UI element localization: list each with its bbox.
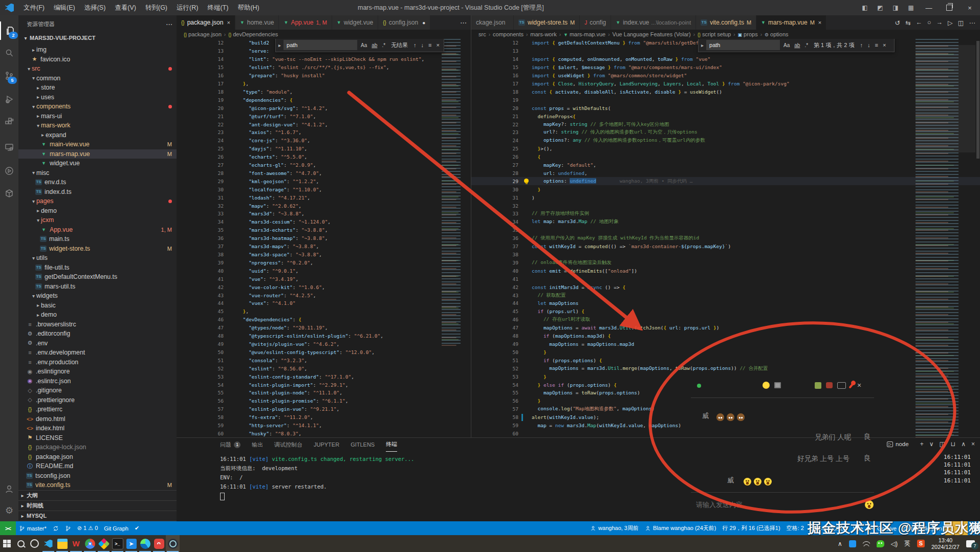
file-tree-item[interactable]: ▸mars-ui	[18, 112, 177, 121]
remote-explorer-icon[interactable]	[0, 138, 18, 157]
status-item-⊘ 1 ⚠ 0[interactable]: ⊘ 1 ⚠ 0	[74, 521, 101, 535]
tab-close-icon[interactable]: ×	[227, 19, 230, 26]
restore-button[interactable]	[939, 0, 960, 15]
breadcrumb-item[interactable]: ⚙options	[765, 31, 789, 37]
file-tree-item[interactable]: TSgetDefaultContextMenu.ts	[18, 272, 177, 282]
file-tree-item[interactable]: TSmars-util.ts	[18, 282, 177, 292]
file-tree-item[interactable]: ▸store	[18, 83, 177, 93]
taskbar-red-app-icon[interactable]: ᴖ	[152, 535, 166, 552]
file-tree-item[interactable]: ▸demo	[18, 310, 177, 320]
file-tree-item[interactable]: ⚙.env	[18, 339, 177, 348]
file-tree-item[interactable]: TSwidget-store.tsM	[18, 244, 177, 254]
code-line-18[interactable]: 18const { activate, disableAll, isActiva…	[471, 87, 980, 96]
editor-tab-widget.vue[interactable]: ▼widget.vue	[332, 15, 378, 30]
code-line-33[interactable]: 33// 用于存放地球组件实例	[471, 210, 980, 218]
find-toggle-icon[interactable]: ▸	[278, 42, 281, 48]
taskbar-edge-icon[interactable]	[138, 535, 152, 552]
code-line-49[interactable]: 49 mapOptions = mapOptions.map3d	[471, 340, 980, 348]
code-line-57[interactable]: 57 "eslint-plugin-vue": "^9.21.1",	[177, 405, 471, 413]
breadcrumb-item[interactable]: {}package.json	[184, 31, 222, 37]
file-tree-item[interactable]: ▸img	[18, 45, 177, 55]
taskbar-active-app-icon[interactable]	[166, 535, 180, 552]
code-line-17[interactable]: 17 },	[177, 80, 471, 88]
panel-tab-问题[interactable]: 问题1	[220, 438, 241, 451]
menu-item[interactable]: 转到(G)	[141, 0, 172, 15]
code-line-32[interactable]: 32	[471, 202, 980, 210]
file-tree-item[interactable]: {}package.json	[18, 452, 177, 462]
code-line-36[interactable]: 36// 使用用户传入的 mapKey 拼接生成 withKeyId 作为当前显…	[471, 234, 980, 242]
code-line-38[interactable]: 38	[471, 251, 980, 259]
taskbar-search-icon[interactable]	[14, 535, 28, 552]
code-line-43[interactable]: 43 // 获取配置	[471, 291, 980, 299]
breadcrumb-item[interactable]: {}devDependencies	[228, 31, 278, 37]
whole-word-icon[interactable]: ab	[371, 42, 378, 49]
status-item-✔[interactable]: ✔	[132, 521, 142, 535]
taskbar-explorer-icon[interactable]	[55, 535, 69, 552]
panel-tab-终端[interactable]: 终端	[386, 438, 397, 452]
code-line-32[interactable]: 32 "mapv": "^2.0.62",	[177, 202, 471, 210]
file-tree-item[interactable]: ◉.eslintrc.json	[18, 377, 177, 386]
close-button[interactable]: ×	[960, 0, 980, 15]
code-line-29[interactable]: 29 "kml-geojson": "^1.2.2",	[177, 177, 471, 185]
code-line-21[interactable]: 21 "@turf/turf": "^7.1.0",	[177, 112, 471, 120]
editor-action-icon[interactable]: ▷	[948, 19, 953, 27]
chat-image-icon[interactable]	[774, 382, 781, 388]
tray-volume-icon[interactable]: ◁)	[891, 540, 898, 547]
status-item[interactable]	[50, 521, 62, 535]
live-share-icon[interactable]	[0, 162, 18, 180]
toggle-secondary-sidebar-icon[interactable]: ◨	[888, 0, 903, 15]
match-case-icon[interactable]: Aa	[782, 42, 791, 49]
panel-tab-GITLENS[interactable]: GITLENS	[351, 438, 375, 451]
code-line-35[interactable]: 35	[471, 226, 980, 234]
minimize-button[interactable]: —	[919, 0, 939, 15]
menu-item[interactable]: 编辑(E)	[49, 0, 80, 15]
chat-close-icon[interactable]: ×	[857, 382, 861, 389]
find-toggle-icon[interactable]: ▸	[701, 42, 704, 48]
panel-tab-JUPYTER[interactable]: JUPYTER	[314, 438, 339, 451]
editor-action-icon[interactable]: ⇆	[905, 19, 910, 27]
customize-layout-icon[interactable]: ▦	[903, 0, 919, 15]
find-prev-icon[interactable]: ↑	[412, 42, 418, 48]
file-tree-item[interactable]: ▾utils	[18, 253, 177, 263]
right-breadcrumb[interactable]: src›components›mars-work›▼mars-map.vue›V…	[471, 30, 980, 39]
code-line-24[interactable]: 24 "core-js": "^3.36.0",	[177, 137, 471, 145]
sidebar-section-时间线[interactable]: ▸时间线	[18, 500, 177, 511]
find-next-icon[interactable]: ↓	[420, 42, 425, 48]
left-breadcrumb[interactable]: {}package.json›{}devDependencies	[177, 30, 471, 39]
breadcrumb-item[interactable]: src	[478, 31, 486, 37]
editor-tab-vite.config.ts[interactable]: TSvite.config.tsM	[696, 15, 756, 30]
code-line-48[interactable]: 48 if (mapOptions.map3d) {	[471, 332, 980, 340]
code-line-24[interactable]: 24 options?: any // 传入的地图构造参数options，可覆盖…	[471, 137, 980, 145]
file-tree-item[interactable]: ▼App.vue1, M	[18, 225, 177, 235]
status-item-Git Graph[interactable]: Git Graph	[101, 521, 132, 535]
tray-ime-indicator[interactable]: 英	[904, 539, 910, 548]
left-code-editor[interactable]: ▸ path Aa ab .* 无结果 ↑ ↓ ≡ × 12 "build213…	[177, 39, 471, 437]
status-item-tsconfig.json[interactable]: tsconfig.json	[900, 521, 945, 535]
file-tree-item[interactable]: {}.prettierrc	[18, 405, 177, 414]
panel-tab-调试控制台[interactable]: 调试控制台	[274, 438, 302, 451]
chat-app-icon[interactable]	[826, 382, 833, 388]
notifications-bell-icon[interactable]	[968, 521, 980, 535]
find-in-selection-icon[interactable]: ≡	[427, 42, 432, 48]
find-input[interactable]: path	[284, 40, 357, 50]
code-line-22[interactable]: 22 "ant-design-vue": "^4.1.2",	[177, 120, 471, 128]
tray-chevron-icon[interactable]: ∧	[838, 540, 842, 547]
status-item-wanghao, 3周前[interactable]: wanghao, 3周前	[587, 521, 642, 535]
editor-tab-mars-map.vue[interactable]: ▼mars-map.vueM×	[756, 15, 826, 30]
taskbar-wps-icon[interactable]: W	[69, 535, 83, 552]
menu-item[interactable]: 文件(F)	[19, 0, 49, 15]
file-tree-item[interactable]: ◇.prettierignore	[18, 395, 177, 405]
code-line-37[interactable]: 37 "mars3d-mapv": "~3.8.8",	[177, 242, 471, 251]
code-line-36[interactable]: 36 "mars3d-heatmap": "~3.8.8",	[177, 234, 471, 242]
code-line-25[interactable]: 25 }>(),	[471, 145, 980, 153]
code-line-15[interactable]: 15 "eslint": "eslint ./src/**/*.{js,vue,…	[177, 63, 471, 72]
menu-item[interactable]: 帮助(H)	[233, 0, 264, 15]
chat-input-emoji-icon[interactable]	[865, 500, 874, 509]
chat-input[interactable]: 请输入发送内容	[696, 500, 743, 510]
code-line-20[interactable]: 20 "@icon-park/svg": "^1.4.2",	[177, 104, 471, 112]
editor-action-icon[interactable]: ○	[927, 19, 931, 26]
sidebar-section-大纲[interactable]: ▸大纲	[18, 490, 177, 500]
code-line-53[interactable]: 53 "eslint-config-standard": "^17.1.0",	[177, 372, 471, 381]
editor-tab-config[interactable]: Jconfig	[580, 15, 611, 30]
code-line-25[interactable]: 25 "dayjs": "^1.11.10",	[177, 145, 471, 153]
